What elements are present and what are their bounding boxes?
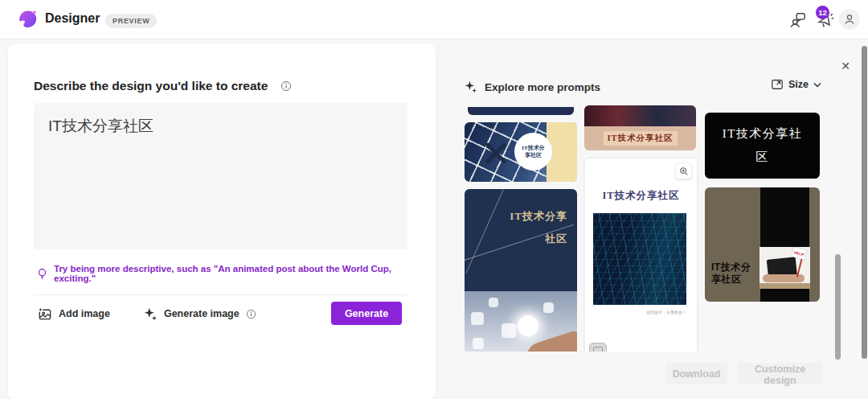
preview-badge: PREVIEW bbox=[105, 14, 157, 28]
sparkle-icon bbox=[465, 80, 477, 93]
size-label: Size bbox=[788, 79, 809, 90]
app-icon-tile bbox=[473, 338, 484, 349]
thumbnail-title: IT技术分 享社区 bbox=[514, 133, 552, 171]
close-icon: ✕ bbox=[841, 60, 850, 72]
prompt-toolbar: Add image Generate image Generate bbox=[34, 300, 410, 327]
thumbnail-art: HELP! bbox=[760, 247, 810, 289]
thumbnail-art bbox=[518, 315, 538, 336]
chevron-down-icon bbox=[813, 82, 821, 88]
sparkle-icon bbox=[144, 307, 158, 321]
generate-image-label: Generate image bbox=[164, 308, 240, 319]
feedback-button[interactable] bbox=[788, 10, 809, 31]
thumbnail-olive-design[interactable]: HELP! IT技术分 享社区 bbox=[705, 187, 820, 302]
magnifier-plus-icon bbox=[679, 167, 689, 176]
person-icon bbox=[842, 12, 857, 27]
app-icon-tile bbox=[502, 323, 516, 338]
thumbnail-partial-top[interactable] bbox=[468, 107, 574, 115]
resize-image-icon bbox=[771, 78, 784, 91]
generate-button[interactable]: Generate bbox=[331, 302, 402, 325]
design-tech-image bbox=[593, 213, 686, 305]
lightbulb-icon bbox=[37, 268, 47, 280]
designer-app: Designer PREVIEW 12 Desc bbox=[0, 0, 868, 399]
account-button[interactable] bbox=[839, 9, 860, 30]
thumbnail-title: IT技术分享 社区 bbox=[510, 205, 567, 250]
customize-design-button[interactable]: Customize design bbox=[737, 363, 823, 385]
thumbnail-navy-poster[interactable]: IT技术分享 社区 bbox=[465, 189, 577, 352]
thumbnail-title: IT技术分享社区 bbox=[603, 131, 677, 146]
zoom-in-button[interactable] bbox=[675, 162, 692, 179]
prompt-thumbnails-grid: IT技术分 享社区 IT技术分享 社区 IT技术分享社区 bbox=[465, 105, 820, 352]
app-icon-tile bbox=[489, 298, 498, 307]
panel-scrollbar[interactable] bbox=[835, 254, 841, 360]
page-scrollbar[interactable] bbox=[862, 46, 867, 359]
info-icon[interactable] bbox=[280, 80, 292, 95]
design-title: IT技术分享社区 bbox=[585, 189, 697, 203]
animation-badge-icon bbox=[589, 343, 607, 352]
feedback-icon bbox=[789, 11, 807, 29]
thumbnail-keyboard-design[interactable]: IT技术分 享社区 bbox=[465, 122, 577, 182]
thumbnail-title: IT技术分享社 区 bbox=[723, 122, 803, 169]
design-caption: 总结技术，分享给你！ bbox=[646, 310, 686, 315]
prompt-panel: Describe the design you'd like to create… bbox=[8, 44, 436, 399]
generate-image-button[interactable]: Generate image bbox=[141, 302, 260, 326]
tip-text: Try being more descriptive, such as "An … bbox=[54, 264, 436, 283]
thumbnail-art bbox=[760, 283, 810, 289]
thumbnail-tan-banner[interactable]: IT技术分享社区 bbox=[584, 105, 696, 150]
thumbnail-art bbox=[584, 105, 696, 126]
app-icon-tile bbox=[543, 302, 554, 313]
info-icon[interactable] bbox=[246, 309, 256, 319]
close-panel-button[interactable]: ✕ bbox=[837, 58, 854, 74]
add-image-button[interactable]: Add image bbox=[34, 302, 113, 327]
download-button[interactable]: Download bbox=[665, 363, 727, 385]
thumbnail-title: IT技术分 享社区 bbox=[711, 261, 751, 286]
designer-logo-icon[interactable] bbox=[18, 9, 39, 30]
prompt-heading: Describe the design you'd like to create bbox=[34, 79, 268, 93]
toolbar-divider bbox=[34, 294, 407, 295]
thumbnail-art bbox=[466, 189, 510, 274]
selected-design-card[interactable]: IT技术分享社区 总结技术，分享给你！ bbox=[584, 158, 698, 352]
app-title: Designer bbox=[45, 11, 100, 26]
explore-header: Explore more prompts bbox=[465, 80, 600, 93]
explore-label: Explore more prompts bbox=[485, 81, 600, 93]
thumbnail-black-design[interactable]: IT技术分享社 区 bbox=[705, 113, 820, 179]
notification-badge: 12 bbox=[816, 6, 829, 19]
thumbnail-art bbox=[465, 291, 577, 352]
app-icon-tile bbox=[471, 312, 484, 325]
prompt-input[interactable]: IT技术分享社区 bbox=[34, 103, 407, 249]
prompt-tip: Try being more descriptive, such as "An … bbox=[37, 264, 436, 283]
add-image-icon bbox=[37, 306, 52, 322]
add-image-label: Add image bbox=[59, 308, 110, 319]
top-bar: Designer PREVIEW 12 bbox=[0, 0, 868, 39]
size-dropdown[interactable]: Size bbox=[768, 76, 824, 93]
